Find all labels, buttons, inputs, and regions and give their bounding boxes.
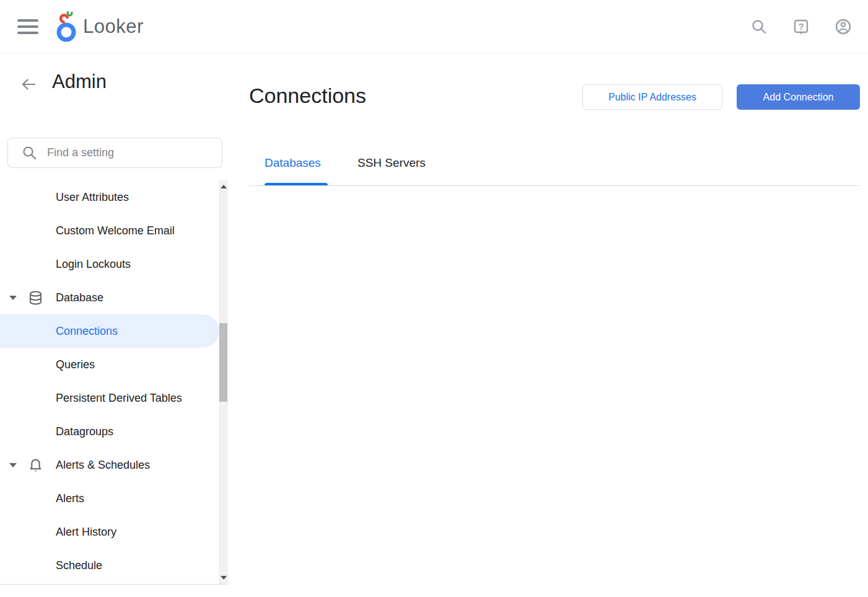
add-connection-button[interactable]: Add Connection: [737, 84, 860, 110]
sidebar-scrollbar[interactable]: [219, 180, 228, 584]
caret-down-icon[interactable]: [9, 296, 17, 300]
brand-name: Looker: [83, 15, 144, 38]
settings-search-input[interactable]: [47, 146, 222, 159]
sidebar-group-alerts-schedules[interactable]: Alerts & Schedules: [0, 448, 219, 482]
sidebar-item-datagroups[interactable]: Datagroups: [0, 415, 219, 448]
admin-page-title: Admin: [52, 71, 107, 93]
connections-tabs: Databases SSH Servers: [249, 149, 860, 186]
scrollbar-thumb[interactable]: [219, 323, 227, 402]
sidebar-item-user-attributes[interactable]: User Attributes: [0, 180, 219, 214]
sidebar-item-alerts[interactable]: Alerts: [0, 482, 219, 515]
sidebar-item-queries[interactable]: Queries: [0, 348, 219, 381]
sidebar-item-custom-welcome-email[interactable]: Custom Welcome Email: [0, 214, 219, 247]
help-icon[interactable]: ?: [792, 18, 810, 35]
bell-icon: [28, 458, 43, 473]
tab-databases[interactable]: Databases: [265, 156, 321, 170]
database-icon: [28, 290, 43, 306]
tabs-divider: [249, 185, 860, 186]
caret-down-icon[interactable]: [9, 463, 17, 467]
sidebar-item-persistent-derived-tables[interactable]: Persistent Derived Tables: [0, 381, 219, 415]
sidebar-bottom-divider: [0, 584, 228, 585]
settings-search-box[interactable]: [7, 138, 222, 168]
public-ip-addresses-button[interactable]: Public IP Addresses: [582, 84, 722, 110]
top-app-bar: Looker ?: [0, 0, 868, 53]
sidebar-item-login-lockouts[interactable]: Login Lockouts: [0, 247, 219, 281]
sidebar-item-schedule[interactable]: Schedule: [0, 549, 219, 582]
sidebar-item-alert-history[interactable]: Alert History: [0, 515, 219, 549]
looker-logo-icon: [53, 11, 79, 43]
scroll-down-icon[interactable]: [219, 573, 228, 583]
search-icon[interactable]: [750, 18, 768, 35]
back-arrow-icon[interactable]: [20, 76, 37, 93]
tab-ssh-servers[interactable]: SSH Servers: [357, 156, 426, 170]
admin-settings-nav: User Attributes Custom Welcome Email Log…: [0, 180, 228, 582]
menu-icon[interactable]: [17, 16, 38, 37]
account-icon[interactable]: [835, 18, 852, 35]
search-icon: [22, 145, 37, 161]
sidebar-group-database[interactable]: Database: [0, 281, 219, 314]
svg-text:?: ?: [799, 22, 804, 32]
looker-logo[interactable]: Looker: [53, 7, 144, 46]
page-title: Connections: [249, 84, 366, 108]
sidebar-item-connections[interactable]: Connections: [0, 314, 219, 348]
scroll-up-icon[interactable]: [219, 182, 228, 192]
